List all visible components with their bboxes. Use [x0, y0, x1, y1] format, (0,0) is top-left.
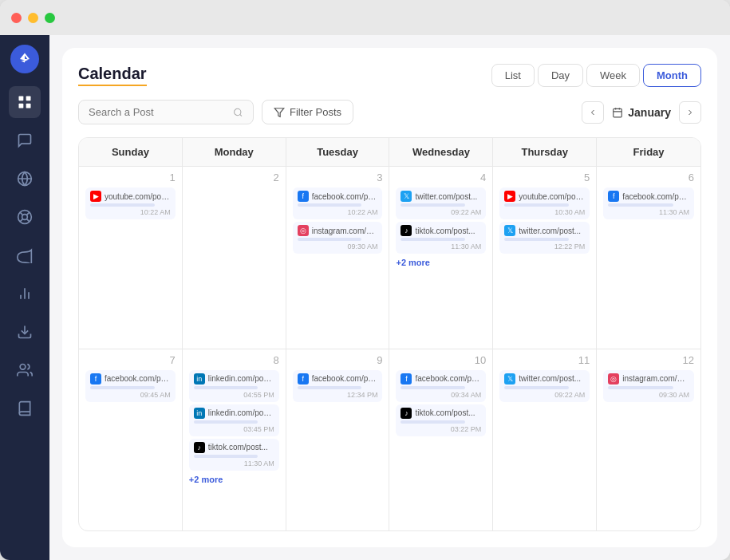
main-content: Calendar List Day Week Month	[49, 35, 730, 560]
post-bar	[504, 203, 569, 207]
sidebar-item-library[interactable]	[9, 392, 41, 424]
post-item[interactable]: 𝕏 twitter.com/post... 09:22 AM	[396, 187, 486, 219]
maximize-button[interactable]	[45, 13, 55, 23]
post-bar	[90, 203, 155, 207]
post-time: 11:30 AM	[401, 243, 481, 250]
post-bar	[504, 238, 569, 241]
facebook-icon: f	[90, 373, 101, 385]
post-time: 09:30 AM	[608, 391, 689, 399]
post-item[interactable]: 𝕏 twitter.com/post... 09:22 AM	[499, 370, 590, 402]
post-url: twitter.com/post...	[519, 374, 581, 383]
post-url: youtube.com/post...	[519, 192, 585, 201]
next-month-button[interactable]	[679, 101, 701, 124]
post-top: f facebook.com/post...	[298, 191, 378, 202]
view-buttons: List Day Week Month	[491, 64, 701, 87]
post-time: 09:45 AM	[90, 391, 171, 399]
post-bar	[608, 386, 673, 389]
sidebar-item-dashboard[interactable]	[9, 86, 41, 118]
post-item[interactable]: ♪ tiktok.com/post... 03:22 PM	[396, 404, 486, 436]
post-item[interactable]: ♪ tiktok.com/post... 11:30 AM	[189, 439, 279, 471]
day-num: 2	[189, 172, 279, 183]
twitter-icon: 𝕏	[504, 225, 515, 236]
day-num: 5	[499, 172, 590, 183]
post-bar	[90, 386, 155, 389]
svg-line-18	[240, 114, 242, 116]
app-body: Calendar List Day Week Month	[0, 35, 730, 560]
prev-month-button[interactable]	[582, 101, 604, 124]
post-item[interactable]: ◎ instagram.com/post... 09:30 AM	[293, 222, 383, 254]
post-time: 09:34 AM	[401, 391, 481, 399]
titlebar	[0, 0, 730, 35]
post-bar	[608, 203, 673, 207]
close-button[interactable]	[11, 13, 22, 23]
post-bar	[401, 238, 465, 241]
post-item[interactable]: 𝕏 twitter.com/post... 12:22 PM	[499, 222, 590, 254]
search-input[interactable]	[89, 106, 227, 118]
day-header-wednesday: Wednesday	[389, 138, 493, 166]
view-month-button[interactable]: Month	[643, 64, 701, 87]
post-item[interactable]: f facebook.com/post... 11:30 AM	[603, 187, 694, 219]
post-item[interactable]: ▶ youtube.com/post... 10:30 AM	[499, 187, 590, 219]
post-bar	[401, 203, 465, 207]
facebook-icon: f	[298, 373, 309, 385]
post-bar	[504, 386, 569, 389]
day-cell-6: 6 f facebook.com/post... 11:30 AM	[597, 167, 700, 349]
minimize-button[interactable]	[28, 13, 38, 23]
post-url: youtube.com/post...	[105, 192, 171, 201]
post-top: f facebook.com/post...	[401, 373, 481, 385]
svg-rect-1	[26, 97, 31, 101]
day-cell-2: 2	[183, 167, 286, 349]
tiktok-icon: ♪	[401, 408, 412, 419]
post-top: ♪ tiktok.com/post...	[401, 408, 481, 419]
sidebar-item-support[interactable]	[9, 201, 41, 233]
svg-point-17	[235, 108, 241, 115]
tiktok-icon: ♪	[194, 442, 205, 453]
sidebar-logo[interactable]	[10, 45, 39, 73]
instagram-icon: ◎	[608, 373, 619, 385]
svg-rect-3	[26, 104, 31, 108]
day-num: 11	[499, 354, 590, 366]
post-url: instagram.com/post...	[312, 227, 378, 235]
calendar-rows: 1 ▶ youtube.com/post... 10:22 AM	[79, 167, 700, 530]
more-link[interactable]: +2 more	[189, 473, 279, 486]
sidebar-item-analytics[interactable]	[9, 278, 41, 310]
sidebar-item-campaigns[interactable]	[9, 239, 41, 271]
calendar-row-1: 1 ▶ youtube.com/post... 10:22 AM	[79, 167, 700, 349]
post-url: facebook.com/post...	[312, 192, 378, 201]
day-num: 4	[396, 172, 486, 183]
post-time: 03:45 PM	[194, 425, 274, 433]
sidebar-item-team[interactable]	[9, 354, 41, 386]
svg-rect-2	[19, 104, 24, 108]
post-url: instagram.com/post...	[622, 374, 689, 383]
post-item[interactable]: ◎ instagram.com/post... 09:30 AM	[603, 370, 694, 402]
svg-point-16	[20, 365, 26, 370]
calendar-card: Calendar List Day Week Month	[62, 48, 717, 547]
filter-button[interactable]: Filter Posts	[262, 100, 353, 124]
search-box[interactable]	[78, 100, 254, 124]
day-num: 12	[603, 354, 694, 366]
post-url: twitter.com/post...	[519, 227, 581, 235]
post-item[interactable]: in linkedin.com/post... 03:45 PM	[189, 404, 279, 436]
view-list-button[interactable]: List	[491, 64, 535, 87]
post-item[interactable]: in linkedin.com/post... 04:55 PM	[189, 370, 279, 402]
post-item[interactable]: f facebook.com/post... 10:22 AM	[293, 187, 383, 219]
more-link[interactable]: +2 more	[396, 256, 486, 269]
sidebar-item-download[interactable]	[9, 316, 41, 348]
post-item[interactable]: f facebook.com/post... 12:34 PM	[293, 370, 383, 402]
day-header-thursday: Thursday	[493, 138, 597, 166]
post-time: 12:22 PM	[504, 243, 585, 250]
post-url: facebook.com/post...	[622, 192, 689, 201]
post-item[interactable]: ♪ tiktok.com/post... 11:30 AM	[396, 222, 486, 254]
view-day-button[interactable]: Day	[538, 64, 583, 87]
sidebar-item-messages[interactable]	[9, 124, 41, 156]
day-cell-5: 5 ▶ youtube.com/post... 10:30 AM	[493, 167, 597, 349]
view-week-button[interactable]: Week	[586, 64, 640, 87]
sidebar-item-network[interactable]	[9, 163, 41, 195]
post-item[interactable]: f facebook.com/post... 09:45 AM	[85, 370, 176, 402]
post-item[interactable]: f facebook.com/post... 09:34 AM	[396, 370, 486, 402]
youtube-icon: ▶	[504, 191, 515, 202]
post-item[interactable]: ▶ youtube.com/post... 10:22 AM	[85, 187, 176, 219]
search-icon	[233, 107, 243, 118]
post-url: facebook.com/post...	[105, 374, 171, 383]
post-url: tiktok.com/post...	[415, 227, 475, 235]
